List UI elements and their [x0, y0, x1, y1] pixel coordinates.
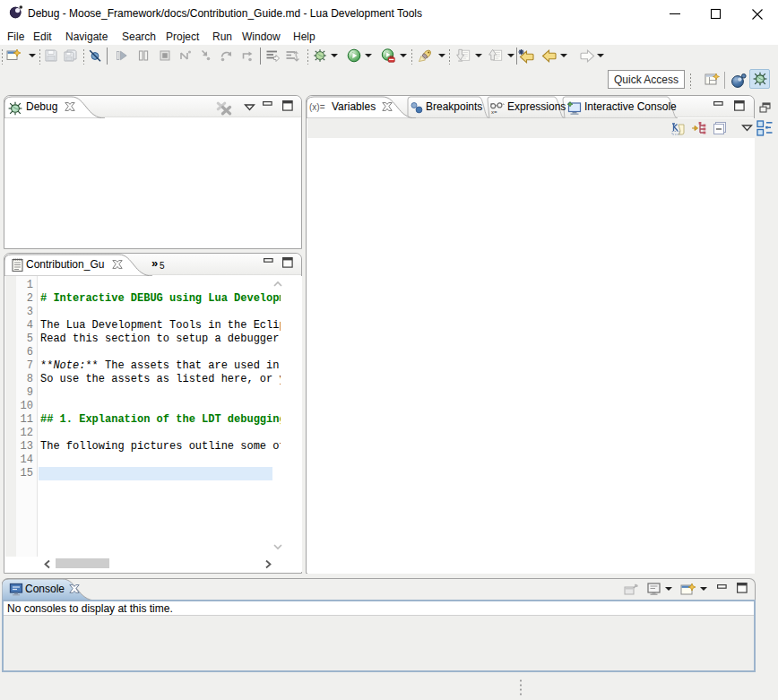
svg-text:x=: x= [491, 109, 497, 115]
